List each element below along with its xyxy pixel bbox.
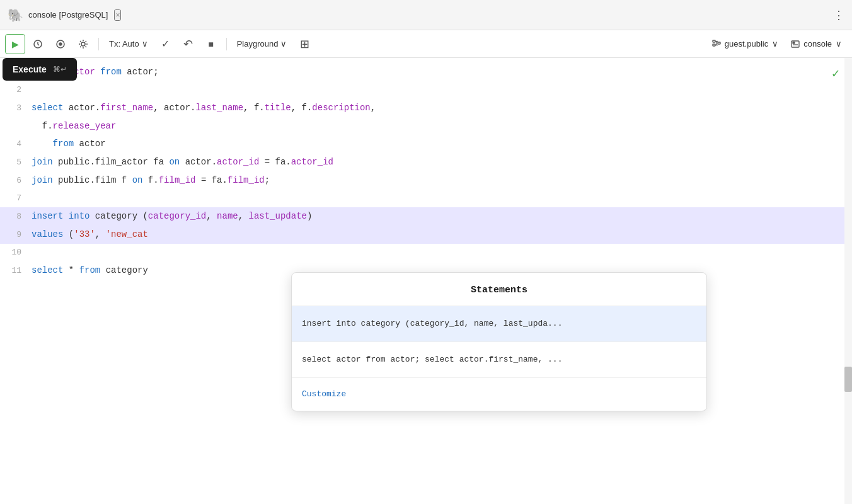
line-number: 9	[0, 226, 32, 244]
statements-popup: Statements insert into category (categor…	[291, 272, 707, 411]
history-button[interactable]	[28, 34, 48, 54]
playground-dropdown[interactable]: Playground ∨	[232, 37, 292, 51]
svg-rect-6	[718, 42, 720, 44]
line-content: f.release_year	[32, 117, 852, 135]
valid-indicator: ✓	[832, 66, 839, 83]
stop-button[interactable]: ■	[201, 34, 221, 54]
postgres-icon: 🐘	[8, 8, 23, 23]
svg-rect-4	[713, 40, 715, 42]
statements-popup-title: Statements	[292, 273, 706, 306]
schema-dropdown[interactable]: guest.public ∨	[707, 37, 783, 51]
string-literal: '33'	[74, 229, 95, 239]
more-options-icon[interactable]: ⋮	[833, 8, 844, 22]
playground-label: Playground	[237, 39, 279, 49]
table-row: 6 join public.film f on f.film_id = fa.f…	[0, 171, 852, 190]
svg-point-3	[81, 42, 85, 46]
column-ref: film_id	[159, 175, 196, 185]
line-content: insert into category (category_id, name,…	[32, 207, 852, 225]
schema-icon	[712, 40, 721, 49]
column-ref: last_name	[195, 103, 243, 113]
tx-label: Tx: Auto	[109, 39, 139, 49]
column-ref: actor_id	[291, 157, 333, 167]
table-row: 9 values ('33', 'new_cat	[0, 226, 852, 244]
table-row: 7	[0, 190, 852, 207]
console-chevron: ∨	[836, 39, 842, 49]
tx-dropdown[interactable]: Tx: Auto ∨	[104, 37, 153, 51]
svg-rect-5	[713, 44, 715, 46]
statement-item-1[interactable]: insert into category (category_id, name,…	[292, 306, 706, 342]
pin-button[interactable]	[50, 34, 71, 54]
execute-button[interactable]: ▶	[5, 34, 25, 54]
table-row: 5 join public.film_actor fa on actor.act…	[0, 153, 852, 171]
execute-shortcut: ⌘↵	[53, 65, 67, 74]
schema-chevron: ∨	[772, 39, 778, 49]
toolbar: ▶ Execute ⌘↵ Tx: Auto ∨ ✓ ↶ ■ Playground…	[0, 30, 852, 58]
playground-chevron: ∨	[280, 39, 287, 49]
string-literal: 'new_cat	[106, 229, 148, 239]
execute-label: Execute	[13, 64, 47, 74]
console-dropdown[interactable]: console ∨	[786, 37, 847, 51]
table-view-button[interactable]: ⊞	[294, 34, 314, 54]
code-lines: 1 select actor from actor; 2 3 select ac…	[0, 58, 852, 285]
line-number: 7	[0, 190, 32, 207]
statement-text: insert into category (category_id, name,…	[302, 319, 562, 328]
column-ref: first_name	[100, 103, 153, 113]
keyword: select	[32, 103, 63, 113]
line-content: join public.film f on f.film_id = fa.fil…	[32, 171, 852, 189]
schema-label: guest.public	[725, 39, 768, 49]
console-label: console	[803, 39, 832, 49]
title-bar: 🐘 console [PostgreSQL] × ⋮	[0, 0, 852, 30]
keyword: on	[132, 175, 143, 185]
column-ref: name	[217, 211, 238, 221]
column-ref: title	[265, 103, 291, 113]
line-number: 10	[0, 244, 32, 261]
keyword: into	[69, 211, 90, 221]
check-button[interactable]: ✓	[156, 34, 176, 54]
table-row: f.release_year	[0, 117, 852, 135]
toolbar-right: guest.public ∨ console ∨	[707, 37, 847, 51]
table-row: 8 insert into category (category_id, nam…	[0, 207, 852, 226]
table-row: 4 from actor	[0, 135, 852, 153]
statement-text: select actor from actor; select actor.fi…	[302, 355, 562, 364]
line-content: select actor from actor;	[32, 63, 852, 81]
keyword: insert	[32, 211, 63, 221]
code-editor[interactable]: 1 select actor from actor; 2 3 select ac…	[0, 58, 852, 504]
tx-chevron: ∨	[142, 39, 148, 49]
scrollbar-track[interactable]	[844, 58, 852, 504]
keyword: on	[169, 157, 180, 167]
divider-2	[226, 38, 227, 50]
keyword: from	[53, 139, 74, 149]
divider-1	[98, 38, 99, 50]
keyword: join	[32, 157, 53, 167]
customize-button[interactable]: Customize	[292, 378, 706, 411]
line-number: 3	[0, 100, 32, 117]
svg-rect-12	[793, 42, 795, 43]
line-content: select actor.first_name, actor.last_name…	[32, 99, 852, 117]
line-number: 8	[0, 208, 32, 226]
play-icon: ▶	[12, 39, 19, 49]
statement-item-2[interactable]: select actor from actor; select actor.fi…	[292, 342, 706, 378]
keyword: values	[32, 229, 63, 239]
column-ref: actor_id	[217, 157, 259, 167]
line-number: 2	[0, 81, 32, 99]
line-number: 5	[0, 154, 32, 171]
keyword: select	[32, 265, 63, 275]
line-number: 6	[0, 172, 32, 190]
column-ref: film_id	[227, 175, 265, 185]
table-row: 3 select actor.first_name, actor.last_na…	[0, 99, 852, 117]
execute-tooltip: Execute ⌘↵	[3, 58, 77, 81]
window-title: console [PostgreSQL]	[28, 10, 108, 20]
svg-point-2	[59, 43, 62, 45]
scrollbar-thumb[interactable]	[844, 367, 852, 392]
close-tab-button[interactable]: ×	[114, 9, 121, 21]
keyword: from	[79, 265, 101, 275]
undo-button[interactable]: ↶	[178, 34, 199, 54]
table-row: 1 select actor from actor;	[0, 63, 852, 81]
line-content: values ('33', 'new_cat	[32, 226, 852, 243]
console-icon	[791, 40, 800, 49]
main-content: 1 select actor from actor; 2 3 select ac…	[0, 58, 852, 504]
keyword: join	[32, 175, 53, 185]
line-number: 11	[0, 262, 32, 280]
settings-button[interactable]	[73, 34, 93, 54]
line-number: 4	[0, 135, 32, 153]
